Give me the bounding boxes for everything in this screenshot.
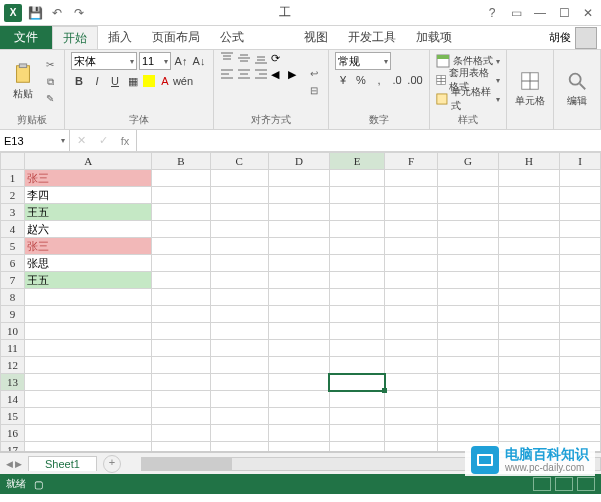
file-tab[interactable]: 文件 [0, 26, 52, 49]
cell-E7[interactable] [329, 272, 384, 289]
cell-B14[interactable] [152, 391, 210, 408]
cell-B4[interactable] [152, 221, 210, 238]
worksheet-grid[interactable]: ABCDEFGHI1张三2李四3王五4赵六5张三6张思7王五8910111213… [0, 152, 601, 452]
cell-H1[interactable] [498, 170, 559, 187]
cell-E6[interactable] [329, 255, 384, 272]
cell-A16[interactable] [25, 425, 152, 442]
row-header-8[interactable]: 8 [1, 289, 25, 306]
cell-E8[interactable] [329, 289, 384, 306]
cell-F8[interactable] [385, 289, 437, 306]
cell-H11[interactable] [498, 340, 559, 357]
tab-view[interactable]: 视图 [294, 26, 338, 49]
cell-H4[interactable] [498, 221, 559, 238]
cell-F1[interactable] [385, 170, 437, 187]
fill-color-button[interactable] [143, 75, 155, 87]
cell-F13[interactable] [385, 374, 437, 391]
cell-B11[interactable] [152, 340, 210, 357]
minimize-icon[interactable]: — [529, 4, 551, 22]
cell-B17[interactable] [152, 442, 210, 453]
cell-D8[interactable] [268, 289, 329, 306]
cell-C11[interactable] [210, 340, 268, 357]
cell-H5[interactable] [498, 238, 559, 255]
number-format-combo[interactable]: 常规▾ [335, 52, 391, 70]
merge-center-icon[interactable]: ⊟ [306, 83, 322, 97]
cell-I1[interactable] [560, 170, 601, 187]
decrease-indent-icon[interactable]: ◀ [271, 68, 287, 82]
row-header-7[interactable]: 7 [1, 272, 25, 289]
wrap-text-icon[interactable]: ↩ [306, 66, 322, 80]
cell-I10[interactable] [560, 323, 601, 340]
align-bottom-icon[interactable] [254, 52, 270, 66]
row-header-12[interactable]: 12 [1, 357, 25, 374]
row-header-15[interactable]: 15 [1, 408, 25, 425]
col-header-G[interactable]: G [437, 153, 498, 170]
cell-H3[interactable] [498, 204, 559, 221]
save-icon[interactable]: 💾 [26, 4, 44, 22]
cell-B7[interactable] [152, 272, 210, 289]
cell-G9[interactable] [437, 306, 498, 323]
cell-G13[interactable] [437, 374, 498, 391]
cell-C5[interactable] [210, 238, 268, 255]
tab-addins[interactable]: 加载项 [406, 26, 462, 49]
increase-font-icon[interactable]: A↑ [173, 53, 189, 69]
row-header-9[interactable]: 9 [1, 306, 25, 323]
align-middle-icon[interactable] [237, 52, 253, 66]
cell-F16[interactable] [385, 425, 437, 442]
cell-F2[interactable] [385, 187, 437, 204]
maximize-icon[interactable]: ☐ [553, 4, 575, 22]
cell-A12[interactable] [25, 357, 152, 374]
cell-F12[interactable] [385, 357, 437, 374]
cell-G15[interactable] [437, 408, 498, 425]
cell-I7[interactable] [560, 272, 601, 289]
cell-G3[interactable] [437, 204, 498, 221]
cell-C7[interactable] [210, 272, 268, 289]
cell-I11[interactable] [560, 340, 601, 357]
cell-C14[interactable] [210, 391, 268, 408]
cell-G17[interactable] [437, 442, 498, 453]
redo-icon[interactable]: ↷ [70, 4, 88, 22]
col-header-E[interactable]: E [329, 153, 384, 170]
cell-A11[interactable] [25, 340, 152, 357]
cell-C16[interactable] [210, 425, 268, 442]
sheet-nav[interactable]: ◀▶ [0, 459, 28, 469]
cell-D4[interactable] [268, 221, 329, 238]
row-header-11[interactable]: 11 [1, 340, 25, 357]
cell-F17[interactable] [385, 442, 437, 453]
cell-D1[interactable] [268, 170, 329, 187]
cell-E12[interactable] [329, 357, 384, 374]
cell-I17[interactable] [560, 442, 601, 453]
cell-E9[interactable] [329, 306, 384, 323]
cell-I15[interactable] [560, 408, 601, 425]
cell-G11[interactable] [437, 340, 498, 357]
cell-C4[interactable] [210, 221, 268, 238]
cell-H13[interactable] [498, 374, 559, 391]
cell-D15[interactable] [268, 408, 329, 425]
hscroll-thumb[interactable] [142, 458, 232, 470]
cell-D3[interactable] [268, 204, 329, 221]
cell-F5[interactable] [385, 238, 437, 255]
font-size-combo[interactable]: 11▾ [139, 52, 171, 70]
cell-G1[interactable] [437, 170, 498, 187]
currency-icon[interactable]: ¥ [335, 72, 351, 88]
ribbon-options-icon[interactable]: ▭ [505, 4, 527, 22]
cell-H12[interactable] [498, 357, 559, 374]
cell-I16[interactable] [560, 425, 601, 442]
cell-H17[interactable] [498, 442, 559, 453]
cell-I8[interactable] [560, 289, 601, 306]
cell-D16[interactable] [268, 425, 329, 442]
row-header-14[interactable]: 14 [1, 391, 25, 408]
cell-G4[interactable] [437, 221, 498, 238]
cell-F7[interactable] [385, 272, 437, 289]
cell-D12[interactable] [268, 357, 329, 374]
cell-E2[interactable] [329, 187, 384, 204]
cell-I12[interactable] [560, 357, 601, 374]
cell-E1[interactable] [329, 170, 384, 187]
fx-icon[interactable]: fx [114, 135, 136, 147]
cell-B16[interactable] [152, 425, 210, 442]
col-header-B[interactable]: B [152, 153, 210, 170]
cells-button[interactable]: 单元格 [513, 52, 547, 125]
font-color-button[interactable]: A [157, 73, 173, 89]
percent-icon[interactable]: % [353, 72, 369, 88]
col-header-F[interactable]: F [385, 153, 437, 170]
row-header-13[interactable]: 13 [1, 374, 25, 391]
